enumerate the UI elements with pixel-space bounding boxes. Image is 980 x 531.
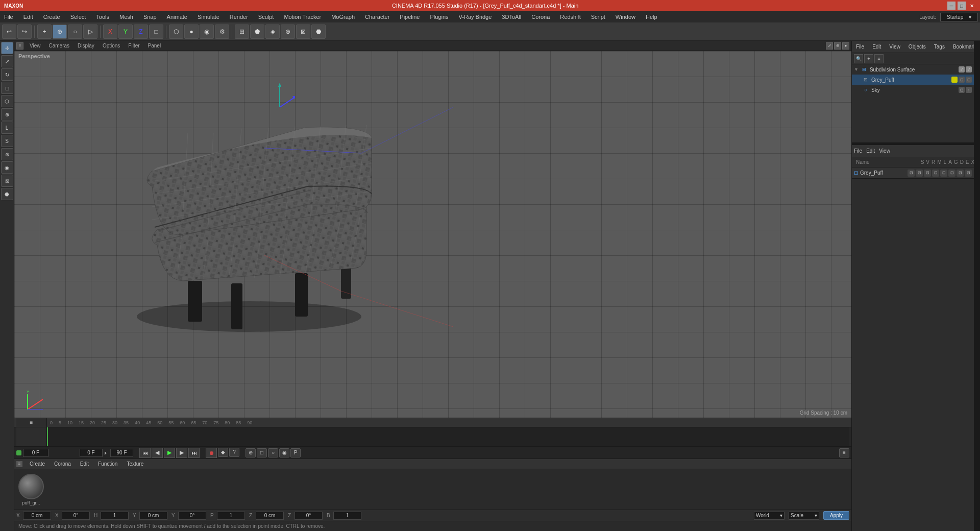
shading-button[interactable]: ⬟ [250, 25, 264, 39]
cam-button[interactable]: ⊠ [296, 25, 310, 39]
subdiv-check-icon[interactable]: ✓ [959, 66, 965, 73]
mat-function[interactable]: Function [96, 461, 119, 467]
menu-tools[interactable]: Tools [94, 13, 111, 21]
grey-puff-tag2[interactable]: ⊡ [966, 77, 972, 83]
attr-ctrl-3[interactable]: ⊡ [924, 170, 931, 177]
menu-redshift[interactable]: Redshift [558, 13, 582, 21]
next-frame-button[interactable]: ▶ [176, 448, 187, 458]
scale-dropdown[interactable]: Scale ▾ [789, 512, 819, 520]
obj-edit[interactable]: Edit [870, 43, 883, 50]
light-button[interactable]: ⊛ [281, 25, 295, 39]
object-button[interactable]: ⊕ [53, 25, 67, 39]
new-object-button[interactable]: + [37, 25, 52, 39]
mat-menu-toggle[interactable]: ≡ [16, 461, 22, 467]
x-axis-button[interactable]: X [103, 25, 117, 39]
left-tool-sculpt[interactable]: ◉ [1, 161, 13, 174]
left-tool-paint[interactable]: ⊕ [1, 108, 13, 120]
timeline-options[interactable]: ≡ [16, 418, 47, 427]
menu-simulate[interactable]: Simulate [195, 13, 222, 21]
obj-add[interactable]: + [864, 54, 873, 63]
current-frame-input[interactable] [23, 449, 48, 457]
model-button[interactable]: ○ [68, 25, 82, 39]
obj-objects[interactable]: Objects [906, 43, 928, 50]
material-item[interactable]: puff_gr... [18, 474, 44, 505]
left-tool-brush[interactable]: ⊛ [1, 148, 13, 160]
add-key-button[interactable]: ⊕ [246, 448, 256, 457]
mat-edit[interactable]: Edit [78, 461, 91, 467]
obj-filter[interactable]: ≡ [874, 54, 884, 63]
redo-button[interactable]: ↪ [17, 25, 32, 39]
left-tool-mirror[interactable]: ⬣ [1, 188, 13, 200]
render-region-button[interactable]: ⬡ [169, 25, 183, 39]
menu-corona[interactable]: Corona [529, 13, 552, 21]
left-tool-select[interactable]: ◻ [1, 82, 13, 94]
mat-create[interactable]: Create [28, 461, 47, 467]
obj-tags[interactable]: Tags [932, 43, 947, 50]
menu-3dtoall[interactable]: 3DToAll [500, 13, 523, 21]
prev-frame-button[interactable]: ◀ [152, 448, 163, 458]
menu-pipeline[interactable]: Pipeline [398, 13, 422, 21]
viewport-camera-icon[interactable]: ⊕ [834, 42, 841, 50]
menu-mesh[interactable]: Mesh [117, 13, 135, 21]
play-sound-button[interactable]: P [290, 448, 301, 457]
play-button[interactable]: ▶ [164, 448, 175, 458]
grey-puff-tag[interactable]: ⊡ [959, 77, 965, 83]
attr-ctrl-2[interactable]: ⊡ [916, 170, 923, 177]
menu-character[interactable]: Character [363, 13, 391, 21]
attr-file[interactable]: File [854, 148, 862, 154]
apply-button[interactable]: Apply [823, 511, 849, 520]
b-input[interactable] [333, 512, 361, 520]
obj-subdiv-expand[interactable]: ▼ [854, 67, 859, 72]
obj-grey-puff[interactable]: ⊡ Grey_Puff ⊡ ⊡ [852, 75, 974, 85]
attr-edit[interactable]: Edit [866, 148, 875, 154]
menu-render[interactable]: Render [228, 13, 250, 21]
left-tool-deform[interactable]: ⊠ [1, 175, 13, 187]
y-pos-input[interactable] [139, 512, 167, 520]
attr-ctrl-5[interactable]: ⊡ [940, 170, 947, 177]
timeline-tracks[interactable] [14, 427, 851, 446]
start-frame-input[interactable] [80, 449, 103, 457]
x-rot-input[interactable] [62, 512, 90, 520]
attr-view[interactable]: View [879, 148, 890, 154]
menu-file[interactable]: File [2, 13, 15, 21]
menu-vray[interactable]: V-Ray Bridge [457, 13, 494, 21]
record-button[interactable]: ⏺ [206, 448, 217, 458]
texture-button[interactable]: ▷ [83, 25, 97, 39]
edit-render-settings[interactable]: ⚙ [215, 25, 229, 39]
menu-motion-tracker[interactable]: Motion Tracker [282, 13, 323, 21]
left-tool-spline[interactable]: S [1, 135, 13, 147]
z-pos-input[interactable] [256, 512, 284, 520]
left-tool-scale[interactable]: ⤢ [1, 55, 13, 67]
world-axis-button[interactable]: □ [149, 25, 163, 39]
render-view-button[interactable]: ● [184, 25, 199, 39]
anim-button[interactable]: ⬣ [311, 25, 326, 39]
h-input[interactable] [101, 512, 129, 520]
render-button[interactable]: ◉ [200, 25, 214, 39]
sky-tag[interactable]: ⊡ [959, 87, 965, 93]
y-rot-input[interactable] [178, 512, 206, 520]
z-rot-input[interactable] [295, 512, 323, 520]
x-pos-input[interactable] [23, 512, 51, 520]
menu-create[interactable]: Create [41, 13, 62, 21]
go-start-button[interactable]: ⏮ [139, 448, 151, 458]
viewport-options-menu[interactable]: Options [101, 42, 122, 49]
left-tool-line[interactable]: L [1, 122, 13, 134]
world-dropdown[interactable]: World ▾ [754, 512, 785, 520]
obj-subdivision-surface[interactable]: ▼ ⊞ Subdivision Surface ✓ ✓ [852, 64, 974, 75]
y-axis-button[interactable]: Y [118, 25, 133, 39]
attr-ctrl-8[interactable]: ⊡ [965, 170, 972, 177]
attr-ctrl-1[interactable]: ⊡ [908, 170, 915, 177]
left-tool-move[interactable]: ✛ [1, 42, 13, 54]
obj-file[interactable]: File [854, 43, 866, 50]
timeline-ruler[interactable]: ≡ 0 5 10 15 20 25 30 35 40 45 50 55 60 6… [14, 418, 851, 427]
go-end-button[interactable]: ⏭ [188, 448, 200, 458]
key-type-button[interactable]: ◉ [279, 448, 289, 457]
close-button[interactable]: ✕ [968, 2, 976, 10]
menu-animate[interactable]: Animate [165, 13, 189, 21]
end-frame-input[interactable] [110, 449, 133, 457]
track-content[interactable] [47, 427, 849, 446]
attr-ctrl-4[interactable]: ⊡ [932, 170, 939, 177]
viewport-menu-toggle[interactable]: ≡ [16, 42, 23, 50]
viewport-filter-menu[interactable]: Filter [126, 42, 141, 49]
display-mode-button[interactable]: ⊞ [235, 25, 249, 39]
